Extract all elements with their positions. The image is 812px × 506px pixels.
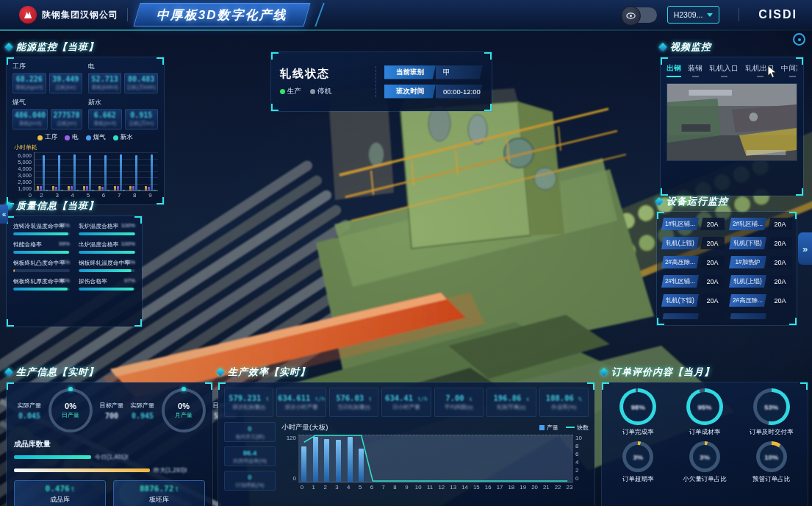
- collapse-left-tab[interactable]: «: [0, 204, 8, 224]
- stat-value: 576.03: [336, 393, 364, 402]
- ring-name: 日产量: [62, 411, 79, 419]
- page-title: 中厚板3D数字化产线: [157, 7, 287, 24]
- energy-bar: [104, 155, 107, 190]
- order-donut: 3%: [622, 441, 653, 472]
- order-gauge: 53% 订单及时交付率: [739, 388, 803, 437]
- target-icon[interactable]: [793, 33, 805, 46]
- hour-chart-xtick: 4: [342, 484, 354, 491]
- stat-value: 108.06: [546, 393, 574, 402]
- equipment-name: 轧机(上辊): [661, 237, 699, 249]
- energy-metric-value: 52.713: [90, 75, 119, 83]
- energy-bar-group: [145, 154, 156, 190]
- energy-bar: [135, 155, 137, 190]
- energy-bar: [148, 187, 150, 190]
- energy-bar-chart: [34, 152, 158, 191]
- energy-ytick: 4,000: [12, 165, 32, 172]
- collapse-right-tab[interactable]: »: [798, 232, 812, 265]
- production-info-panel: 生产信息【实时】 实际产量 0.045 0% 日产量 目标产量 700: [6, 365, 213, 506]
- energy-bar: [55, 187, 57, 190]
- orders-panel-title: 订单评价内容【当月】: [611, 366, 714, 379]
- model-select-dropdown[interactable]: H2309...: [667, 6, 720, 24]
- order-donut: 53%: [753, 388, 790, 425]
- energy-bar-group: [129, 155, 140, 190]
- title-slash-decoration: [315, 3, 325, 27]
- quality-item: 装炉温度合格率 100%: [79, 222, 135, 235]
- order-gauge-label: 订单成材率: [689, 428, 721, 437]
- quality-progress-track: [13, 269, 70, 272]
- video-camera-tab[interactable]: 轧机出口: [745, 63, 775, 77]
- hour-chart-xtick: 15: [470, 484, 482, 491]
- side-stat-value: 0: [248, 473, 251, 481]
- energy-bar: [43, 155, 45, 190]
- stock-bar: [14, 468, 150, 472]
- equipment-panel-title: 设备运行监控: [667, 195, 728, 208]
- energy-bar: [71, 186, 73, 190]
- energy-group: 电 52.713 单耗(kWh/t) 80.483 总耗(万kWh): [88, 62, 158, 93]
- inventory-unit: t: [71, 486, 75, 493]
- stat-label: 当日轧制量(t): [337, 404, 370, 411]
- hour-chart-right-tick: 0: [575, 475, 589, 482]
- energy-ytick: 5,000: [12, 159, 32, 165]
- energy-bar: [76, 190, 79, 190]
- hour-chart-xtick: 14: [459, 484, 471, 491]
- energy-bar: [138, 190, 140, 190]
- hour-chart-xtick: 5: [354, 484, 366, 491]
- energy-bar: [52, 186, 54, 190]
- energy-metric-unit: 单耗(kgce/t): [15, 84, 44, 91]
- video-camera-tab[interactable]: 轧机入口: [709, 63, 739, 77]
- quality-progress-fill: [79, 251, 135, 254]
- energy-bar: [145, 186, 147, 190]
- visibility-toggle[interactable]: [622, 7, 657, 23]
- energy-bar: [123, 190, 125, 190]
- legend-dot-icon: [65, 135, 70, 140]
- stock-bar: [14, 455, 91, 459]
- hour-chart-xtick: 11: [424, 484, 436, 491]
- quality-progress-track: [79, 232, 135, 235]
- energy-bar: [40, 186, 42, 190]
- quality-item-percent: 100%: [121, 222, 135, 229]
- video-camera-tab[interactable]: 装钢: [688, 63, 703, 77]
- legend-square-icon: [539, 425, 545, 430]
- stat-unit: t: [368, 396, 372, 402]
- energy-group: 煤气 486.040 单耗(m³/t) 277578 总耗(m³): [12, 98, 82, 129]
- equipment-item: 1#加热炉 20A: [729, 256, 792, 268]
- order-gauge: 3% 订单超期率: [606, 441, 670, 484]
- video-camera-tab[interactable]: 中间冷: [781, 63, 797, 77]
- order-gauge-label: 小欠量订单占比: [683, 475, 727, 484]
- stat-unit: t/h: [417, 396, 428, 402]
- actual-output-value: 0.945: [127, 412, 158, 420]
- ring-percent: 0%: [65, 402, 76, 410]
- shift-badge-value: 甲: [436, 65, 483, 79]
- production-ring-gauge: 0% 日产量: [48, 388, 93, 432]
- hour-chart-xtick: 19: [517, 484, 529, 491]
- hour-chart-legend-line: 块数: [566, 424, 589, 432]
- equipment-name: 轧机(下辊): [729, 237, 766, 249]
- energy-bar: [129, 186, 132, 190]
- energy-metric-unit: 总耗(tce): [51, 84, 81, 91]
- efficiency-panel-title: 生产效率【实时】: [228, 366, 310, 379]
- equipment-current-value: 20A: [700, 218, 725, 230]
- legend-label: 新水: [121, 133, 133, 142]
- side-stat-label: 当日开工(班): [235, 433, 265, 441]
- energy-ytick: 3,000: [12, 172, 32, 179]
- equipment-item: 轧机(上辊) 20A: [661, 237, 725, 249]
- video-panel-title: 视频监控: [670, 40, 711, 54]
- actual-output-label: 实际产量: [14, 402, 45, 410]
- legend-label: 停机: [317, 87, 331, 96]
- equipment-current-value: 20A: [768, 256, 792, 268]
- energy-group-name: 新水: [88, 98, 158, 107]
- cctv-video-feed[interactable]: [667, 83, 797, 161]
- efficiency-stat-box: 108.06 % 作业率(%): [539, 388, 589, 417]
- energy-metric-value: 486.040: [15, 111, 46, 119]
- energy-metric-cell: 39.449 总耗(tce): [49, 73, 83, 93]
- stock-section-title: 成品库数量: [14, 439, 205, 449]
- energy-panel-title: 能源监控【当班】: [16, 40, 98, 54]
- energy-bar: [46, 190, 48, 190]
- legend-dot-icon: [113, 135, 118, 140]
- stat-unit: t: [266, 396, 270, 402]
- hour-chart-right-tick: 10: [575, 435, 589, 441]
- side-stat-value: 86.4: [243, 449, 257, 457]
- video-camera-tab[interactable]: 出钢: [667, 63, 681, 77]
- energy-metric-cell: 68.226 单耗(kgce/t): [12, 73, 46, 93]
- side-stat-label: 计划停机(%): [236, 482, 265, 489]
